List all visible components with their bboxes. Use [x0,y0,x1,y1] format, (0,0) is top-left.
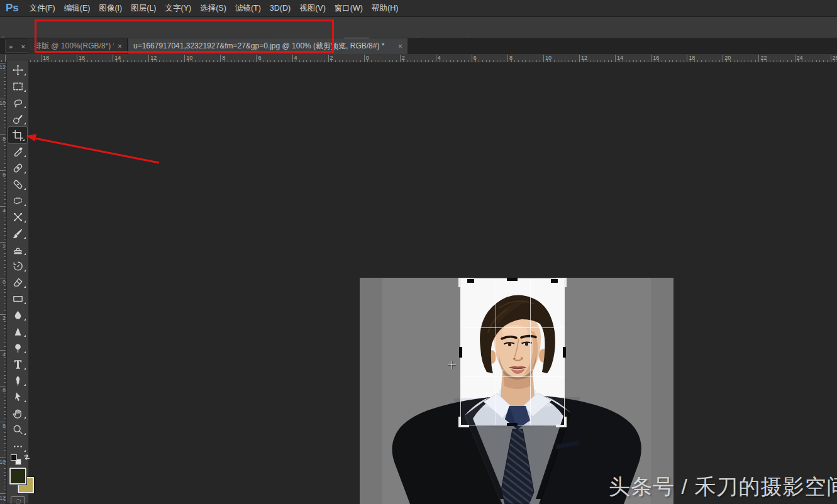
ruler-tick [4,361,6,361]
menu-item[interactable]: 视图(V) [295,0,330,17]
tool-dodge-tool[interactable] [7,339,28,356]
tool-pen-tool[interactable] [7,372,28,388]
ruler-tick [4,81,6,82]
close-icon[interactable]: × [394,42,407,51]
ruler-tick [579,55,580,62]
ruler-tick [4,336,6,336]
ruler-tick [350,60,350,63]
ruler-number: 4 [294,55,297,61]
tool-healing-brush-tool[interactable] [7,176,28,192]
tool-gradient-tool[interactable] [7,290,28,307]
tool-zoom-tool[interactable] [7,421,28,437]
ruler-tick [4,95,6,96]
tool-rectangular-marquee-tool[interactable] [7,78,28,94]
ruler-tick [0,314,6,315]
tool-type-tool[interactable] [7,356,28,372]
horizontal-ruler: 1816141210864202468101214161820222426 [0,54,837,63]
menu-item[interactable]: 文件(F) [25,0,60,17]
menu-item[interactable]: 帮助(H) [367,0,402,17]
ruler-tick [4,156,6,156]
tool-clone-stamp-tool[interactable] [7,241,28,258]
menu-item[interactable]: 滤镜(T) [231,0,265,17]
tool-brush-tool[interactable] [7,225,28,241]
ruler-tick [4,468,6,469]
tab-overflow-control[interactable]: » × [5,40,29,53]
ruler-tick [806,60,806,63]
ruler-number: 6 [0,172,6,178]
tool-crop-tool[interactable] [8,127,27,143]
menu-item[interactable]: 编辑(E) [60,0,95,17]
ruler-tick [4,228,6,229]
ruler-tick [565,60,565,63]
ruler-tick [59,60,60,63]
ruler-tick [450,60,451,63]
ruler-tick [457,60,458,63]
tool-history-brush-tool[interactable] [7,258,28,274]
ruler-tick [209,60,210,63]
ruler-tick [206,60,207,63]
ruler-number: 24 [796,55,802,61]
ruler-number: 12 [150,55,157,61]
healing-brush-tool-icon [12,178,24,190]
tool-blur-tool[interactable] [7,307,28,323]
ruler-tick [4,267,6,268]
crop-box[interactable] [460,278,565,425]
crop-edge-handle-top[interactable] [507,278,518,281]
canvas-document[interactable] [360,278,673,504]
menu-item[interactable]: 选择(S) [196,0,231,17]
ruler-tick [525,60,526,63]
quick-mask-icon [16,499,21,504]
close-icon[interactable]: × [114,42,127,51]
crop-edge-handle-bottom[interactable] [507,423,518,426]
ruler-tick [428,60,429,63]
ruler-tick [0,242,6,243]
ruler-tick [238,60,239,63]
close-icon[interactable]: × [21,43,25,50]
tool-spot-healing-brush-tool[interactable] [7,160,28,176]
ruler-tick [4,342,6,343]
crop-edge-handle-right[interactable] [563,347,566,358]
ruler-tick [281,60,282,63]
photoshop-logo: Ps [0,2,25,14]
tool-quick-selection-tool[interactable] [7,111,28,127]
menu-item[interactable]: 文字(Y) [161,0,196,17]
ruler-tick [0,63,6,63]
menu-item[interactable]: 窗口(W) [330,0,367,17]
ruler-tick [174,60,174,63]
ruler-tick [4,199,6,200]
tool-eraser-tool[interactable] [7,274,28,290]
document-tab-inactive[interactable]: 排版 @ 100%(RGB/8*) * × [28,38,128,54]
ruler-tick [787,60,788,63]
ruler-tick [4,231,6,232]
brush-tool-icon [12,227,24,239]
crop-corner-handle[interactable] [458,417,469,427]
menu-item[interactable]: 图层(L) [126,0,160,17]
tool-sharpen-tool[interactable] [7,323,28,339]
ruler-number: 20 [724,55,731,61]
ruler-number: 12 [0,64,6,70]
tool-move-tool[interactable] [7,62,28,78]
foreground-color-swatch[interactable] [9,468,26,485]
menu-item[interactable]: 3D(D) [265,0,295,17]
document-tab-active[interactable]: u=1667917041,32321927&fm=27&gp=0.jpg @ 1… [128,38,407,54]
menu-item[interactable]: 图像(I) [94,0,126,17]
tool-path-selection-tool[interactable] [7,388,28,405]
tool-eyedropper-tool[interactable] [7,143,28,160]
tool-hand-tool[interactable] [7,405,28,421]
crop-corner-handle[interactable] [556,417,567,427]
crop-notch [551,279,558,283]
quick-mask-mode-button[interactable] [11,496,25,504]
ruler-tick [4,364,6,364]
default-colors-icon[interactable] [11,454,17,461]
tool-patch-tool[interactable] [7,192,28,209]
ruler-tick [4,403,6,404]
ruler-tick [375,60,375,63]
crop-edge-handle-left[interactable] [459,347,462,358]
ruler-tick [0,278,6,278]
edit-toolbar-button[interactable] [7,438,28,454]
ruler-tick [823,60,824,63]
ruler-tick [594,60,594,63]
tool-lasso-tool[interactable] [7,94,28,111]
ruler-tick [4,300,6,300]
tool-content-aware-move-tool[interactable] [7,209,28,225]
